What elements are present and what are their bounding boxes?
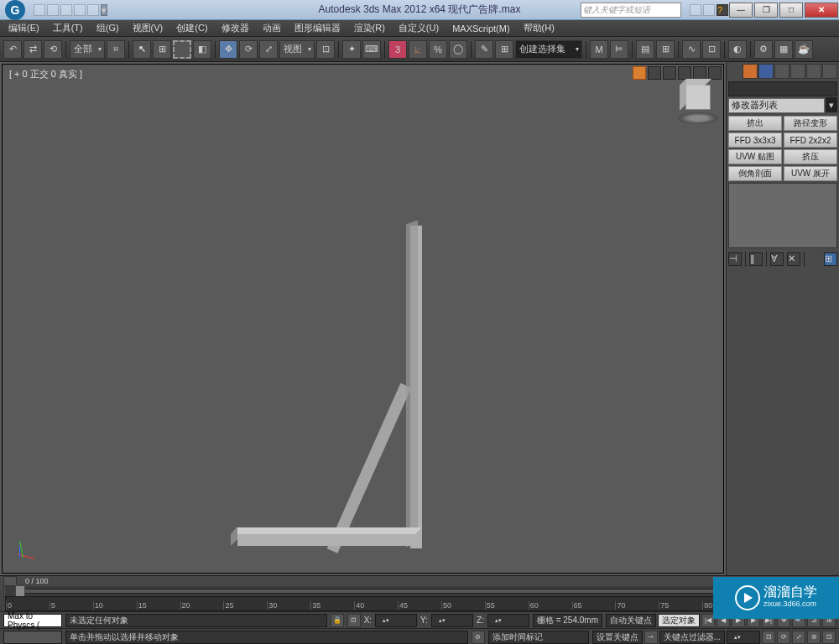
scene-object[interactable] bbox=[237, 226, 430, 561]
infobox-icon[interactable] bbox=[690, 4, 701, 16]
viewport-label[interactable]: [ + 0 正交 0 真实 ] bbox=[9, 68, 82, 80]
select-name-icon[interactable]: ⊞ bbox=[153, 40, 171, 59]
snap-percent-icon[interactable]: % bbox=[429, 40, 447, 59]
script-box[interactable] bbox=[3, 631, 62, 644]
render-setup-icon[interactable]: ⚙ bbox=[754, 40, 773, 59]
restore-button[interactable]: ❐ bbox=[754, 3, 778, 18]
auto-key-button[interactable]: 自动关键点 bbox=[606, 614, 656, 627]
qa-icon[interactable] bbox=[74, 4, 86, 16]
set-key-button[interactable]: 设置关键点 bbox=[592, 631, 643, 644]
menu-customize[interactable]: 自定义(U) bbox=[393, 20, 444, 36]
editor-icon[interactable]: ✎ bbox=[475, 40, 493, 59]
nav-max-icon[interactable]: ⊡ bbox=[822, 631, 836, 644]
modifier-list-dropdown[interactable]: 修改器列表 bbox=[728, 98, 825, 113]
view-cube[interactable] bbox=[678, 80, 720, 126]
link-button[interactable]: ⟲ bbox=[44, 40, 62, 59]
select-rect-icon[interactable] bbox=[173, 40, 191, 59]
menu-create[interactable]: 创建(C) bbox=[171, 20, 212, 36]
squeeze-button[interactable]: 挤压 bbox=[784, 149, 837, 164]
undo-button[interactable]: ↶ bbox=[3, 40, 22, 59]
time-slider[interactable] bbox=[5, 586, 834, 596]
app-logo[interactable]: G bbox=[5, 0, 25, 20]
time-config-icon[interactable]: ⊡ bbox=[762, 631, 775, 644]
hierarchy-tab-icon[interactable] bbox=[774, 64, 789, 79]
uvwunwrap-button[interactable]: UVW 展开 bbox=[784, 166, 837, 181]
qa-icon[interactable] bbox=[60, 4, 72, 16]
modify-tab-icon[interactable] bbox=[758, 64, 774, 79]
pin-icon[interactable]: ⊣ bbox=[728, 252, 742, 266]
menu-render[interactable]: 渲染(R) bbox=[349, 20, 390, 36]
redo-button[interactable]: ⇄ bbox=[23, 40, 42, 59]
menu-animation[interactable]: 动画 bbox=[258, 20, 286, 36]
menu-view[interactable]: 视图(V) bbox=[128, 20, 169, 36]
y-field[interactable] bbox=[431, 614, 473, 627]
nav-dolly-icon[interactable]: ⤢ bbox=[792, 631, 805, 644]
qa-icon[interactable] bbox=[34, 4, 45, 16]
dropdown-arrow-icon[interactable]: ▾ bbox=[826, 97, 837, 112]
lock-icon[interactable]: 🔒 bbox=[331, 614, 344, 627]
help-icon[interactable]: ? bbox=[717, 4, 728, 16]
snap-angle2-icon[interactable]: ⟀ bbox=[409, 40, 427, 59]
ffd2-button[interactable]: FFD 2x2x2 bbox=[784, 132, 837, 148]
snap-angle-icon[interactable]: 3 bbox=[388, 40, 407, 59]
vp-icon[interactable] bbox=[693, 66, 706, 80]
vp-icon[interactable] bbox=[678, 66, 691, 80]
manipulate-icon[interactable]: ✦ bbox=[342, 40, 361, 59]
add-marker-button[interactable]: 添加时间标记 bbox=[488, 631, 589, 644]
uvwmap-button[interactable]: UVW 贴图 bbox=[728, 149, 782, 164]
x-field[interactable] bbox=[375, 614, 417, 627]
menu-graph[interactable]: 图形编辑器 bbox=[289, 20, 346, 36]
selected-label[interactable]: 选定对象 bbox=[658, 614, 700, 627]
schematic-icon[interactable]: ⊡ bbox=[702, 40, 721, 59]
time-ruler[interactable]: 0510 152025 303540 455055 606570 758085 … bbox=[5, 596, 834, 611]
menu-help[interactable]: 帮助(H) bbox=[519, 20, 560, 36]
modifier-stack[interactable] bbox=[728, 183, 837, 248]
z-field[interactable] bbox=[487, 614, 529, 627]
key-filter-button[interactable]: 关键点过滤器... bbox=[659, 631, 725, 644]
layer-icon[interactable]: ▤ bbox=[636, 40, 654, 59]
nav-walk-icon[interactable]: ⊚ bbox=[807, 631, 821, 644]
align-button[interactable]: ⊨ bbox=[610, 40, 628, 59]
remove-icon[interactable]: ✕ bbox=[787, 252, 800, 266]
graphite-icon[interactable]: ⊞ bbox=[656, 40, 675, 59]
mirror-button[interactable]: M bbox=[590, 40, 608, 59]
selection-lock-icon[interactable]: ⊞ bbox=[495, 40, 513, 59]
menu-edit[interactable]: 编辑(E) bbox=[3, 20, 44, 36]
show-icon[interactable]: ‖ bbox=[749, 252, 763, 266]
scale-button[interactable]: ⤢ bbox=[259, 40, 278, 59]
brush-icon[interactable] bbox=[648, 66, 661, 80]
pivot-icon[interactable]: ⊡ bbox=[316, 40, 335, 59]
named-select-dropdown[interactable]: 创建选择集 bbox=[515, 40, 582, 59]
ffd3-button[interactable]: FFD 3x3x3 bbox=[728, 132, 782, 148]
filter-icon[interactable]: ⌗ bbox=[107, 40, 125, 59]
vp-icon[interactable] bbox=[708, 66, 722, 80]
motion-tab-icon[interactable] bbox=[790, 64, 805, 79]
window-crossing-icon[interactable]: ◧ bbox=[193, 40, 211, 59]
kbd-icon[interactable]: ⌨ bbox=[362, 40, 381, 59]
vp-icon[interactable] bbox=[663, 66, 676, 80]
move-button[interactable]: ✥ bbox=[219, 40, 237, 59]
light-icon[interactable] bbox=[633, 66, 646, 80]
qa-icon[interactable] bbox=[87, 4, 99, 16]
display-tab-icon[interactable] bbox=[806, 64, 821, 79]
filter-dropdown[interactable]: 全部 bbox=[70, 40, 105, 59]
qa-icon[interactable] bbox=[47, 4, 59, 16]
viewport-perspective[interactable]: [ + 0 正交 0 真实 ] bbox=[2, 64, 724, 574]
render-button[interactable]: ☕ bbox=[795, 40, 813, 59]
maxscript-field[interactable]: Max to Physcs ( bbox=[3, 614, 62, 627]
utility-tab-icon[interactable] bbox=[822, 64, 837, 79]
rotate-button[interactable]: ⟳ bbox=[239, 40, 258, 59]
snap-spinner-icon[interactable]: ◯ bbox=[449, 40, 467, 59]
maximize-button[interactable]: □ bbox=[779, 3, 803, 18]
minimize-button[interactable]: — bbox=[729, 3, 753, 18]
time-tag-icon[interactable]: ⊘ bbox=[472, 631, 485, 644]
key-mode-icon[interactable]: ⊸ bbox=[644, 631, 658, 644]
create-tab-icon[interactable] bbox=[743, 64, 758, 79]
isolate-icon[interactable]: ⊡ bbox=[347, 614, 361, 627]
configure-icon[interactable]: ⊞ bbox=[824, 252, 837, 266]
material-editor-icon[interactable]: ◐ bbox=[728, 40, 747, 59]
qa-dropdown[interactable]: ▾ bbox=[101, 4, 107, 16]
menu-group[interactable]: 组(G) bbox=[91, 20, 124, 36]
chamfer-button[interactable]: 倒角剖面 bbox=[728, 166, 782, 181]
menu-modifier[interactable]: 修改器 bbox=[216, 20, 254, 36]
